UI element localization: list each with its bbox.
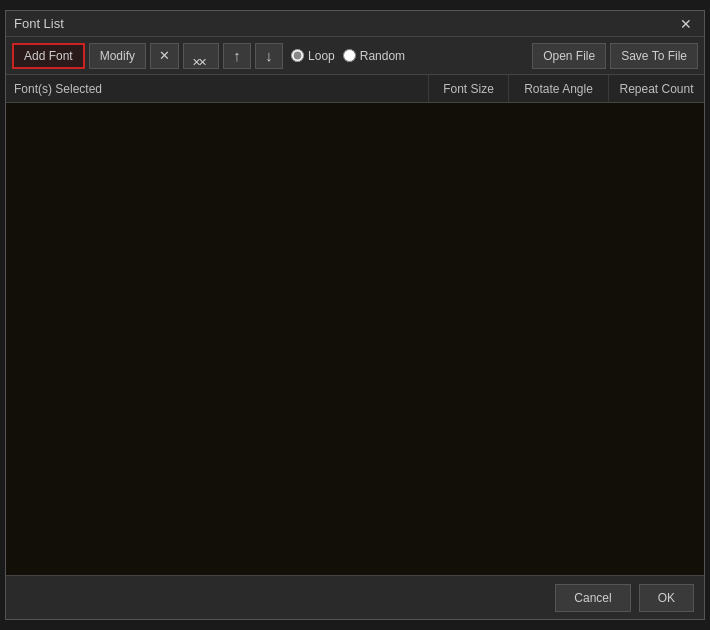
cancel-button[interactable]: Cancel	[555, 584, 630, 612]
footer: Cancel OK	[6, 575, 704, 619]
loop-radio[interactable]	[291, 49, 304, 62]
move-down-button[interactable]: ↓	[255, 43, 283, 69]
move-up-button[interactable]: ↑	[223, 43, 251, 69]
font-list-table-body	[6, 103, 704, 575]
modify-button[interactable]: Modify	[89, 43, 146, 69]
ok-button[interactable]: OK	[639, 584, 694, 612]
random-radio-label[interactable]: Random	[343, 49, 405, 63]
open-file-button[interactable]: Open File	[532, 43, 606, 69]
col-header-rotate: Rotate Angle	[509, 75, 609, 102]
table-header: Font(s) Selected Font Size Rotate Angle …	[6, 75, 704, 103]
col-header-size: Font Size	[429, 75, 509, 102]
col-header-fonts: Font(s) Selected	[6, 75, 429, 102]
save-to-file-button[interactable]: Save To File	[610, 43, 698, 69]
loop-radio-label[interactable]: Loop	[291, 49, 335, 63]
window-title: Font List	[14, 16, 64, 31]
close-button[interactable]: ✕	[676, 15, 696, 33]
toolbar: Add Font Modify ✕ ✕ ✕ ↑ ↓ Loop	[6, 37, 704, 75]
random-label: Random	[360, 49, 405, 63]
add-font-button[interactable]: Add Font	[12, 43, 85, 69]
font-list-window: Font List ✕ Add Font Modify ✕ ✕ ✕ ↑ ↓	[5, 10, 705, 620]
delete-icon: ✕	[159, 48, 170, 63]
delete-button[interactable]: ✕	[150, 43, 179, 69]
random-radio[interactable]	[343, 49, 356, 62]
title-bar: Font List ✕	[6, 11, 704, 37]
playback-mode-group: Loop Random	[291, 49, 405, 63]
up-arrow-icon: ↑	[233, 47, 241, 64]
down-arrow-icon: ↓	[265, 47, 273, 64]
delete-all-button[interactable]: ✕ ✕	[183, 43, 219, 69]
col-header-repeat: Repeat Count	[609, 75, 704, 102]
loop-label: Loop	[308, 49, 335, 63]
